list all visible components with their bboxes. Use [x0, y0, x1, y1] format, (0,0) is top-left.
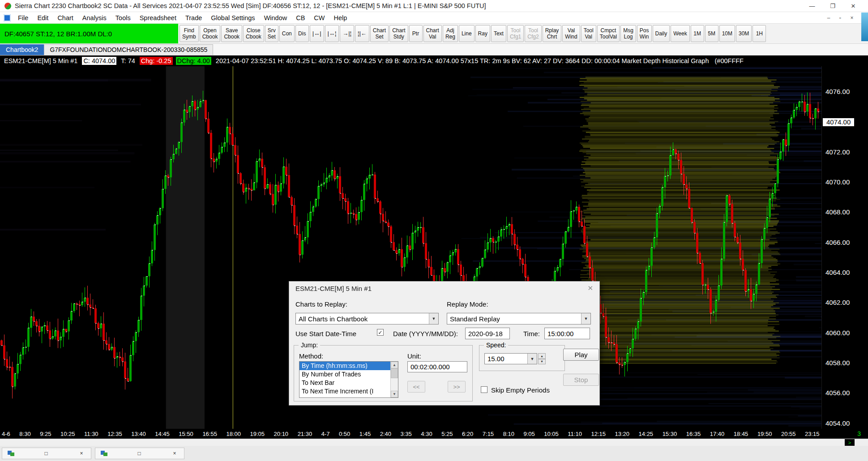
chevron-down-icon[interactable]: ▼: [527, 354, 537, 364]
jump-back-button[interactable]: <<: [407, 381, 425, 393]
minimized-window[interactable]: □ ×: [95, 448, 184, 459]
chevron-down-icon[interactable]: ▼: [429, 313, 438, 324]
sierra-chart-window: Sierra Chart 2230 Chartbook2 SC Data - A…: [0, 0, 868, 461]
spin-up-icon[interactable]: ▲: [538, 353, 546, 359]
scroll-up-icon[interactable]: ▲: [391, 362, 398, 368]
time-field[interactable]: 15:00:00: [544, 328, 590, 339]
mdi-minimize-icon[interactable]: –: [825, 15, 832, 21]
play-button[interactable]: Play: [563, 349, 599, 361]
replay-dialog-titlebar[interactable]: ESM21-CME[M] 5 Min #1 ✕: [289, 282, 599, 295]
toolbar-button[interactable]: Find Symb: [180, 25, 199, 42]
menu-item[interactable]: Edit: [33, 13, 53, 23]
toolbar-button[interactable]: Con: [279, 25, 295, 42]
menu-item[interactable]: Trade: [181, 13, 206, 23]
toolbar-button[interactable]: Adj Reg: [443, 25, 458, 42]
close-icon[interactable]: ×: [77, 450, 86, 457]
jump-method-listbox[interactable]: By Time (hh:mm:ss.ms)By Number of Trades…: [299, 361, 398, 398]
replay-mode-select[interactable]: Standard Replay ▼: [447, 313, 591, 324]
chartbook-tab[interactable]: Chartbook2: [0, 44, 44, 55]
minimized-window[interactable]: □ ×: [2, 448, 91, 459]
toolbar-button[interactable]: 10M: [719, 25, 735, 42]
toolbar-button-line1: Cmpct: [601, 27, 616, 34]
toolbar-button[interactable]: Pos Win: [637, 25, 652, 42]
toolbar-button[interactable]: Dis: [295, 25, 309, 42]
time-label: 5:25: [441, 431, 453, 437]
time-label: 4:30: [421, 431, 432, 437]
time-axis[interactable]: 4-68:309:2510:2511:3012:3513:4014:4515:5…: [0, 429, 868, 439]
scroll-down-icon[interactable]: ▼: [391, 391, 398, 397]
toolbar-button[interactable]: Save Cbook: [221, 25, 242, 42]
maximize-icon[interactable]: ❐: [822, 3, 843, 9]
restore-icon[interactable]: □: [135, 450, 143, 457]
toolbar-button[interactable]: Rplay Chrt: [543, 25, 562, 42]
menu-item[interactable]: CW: [309, 13, 329, 23]
toolbar-button[interactable]: Ray: [475, 25, 490, 42]
toolbar-button[interactable]: |↔|: [310, 25, 324, 42]
unit-field[interactable]: 00:02:00.000: [407, 361, 467, 372]
toolbar-button[interactable]: 30M: [736, 25, 752, 42]
toolbar-button[interactable]: ¦|←: [355, 25, 369, 42]
price-scale[interactable]: 4076.004074.004072.004070.004068.004066.…: [821, 66, 868, 429]
toolbar-button[interactable]: Line: [459, 25, 475, 42]
menu-item[interactable]: Spreadsheet: [135, 13, 181, 23]
use-start-datetime-checkbox[interactable]: ✓: [377, 329, 384, 336]
toolbar-button[interactable]: 1M: [691, 25, 704, 42]
toolbar-button[interactable]: Msg Log: [620, 25, 636, 42]
jump-method-item[interactable]: By Number of Trades: [299, 370, 390, 379]
toolbar-button[interactable]: |↔¦: [325, 25, 339, 42]
menu-item[interactable]: Global Settings: [206, 13, 259, 23]
toolbar-button[interactable]: Val Wind: [562, 25, 580, 42]
chartbook-tab[interactable]: G7FXFOUNDATIONDOMCHARTBOOK-200330-085855: [44, 44, 213, 55]
jump-forward-button[interactable]: >>: [448, 381, 466, 393]
menu-item[interactable]: CB: [291, 13, 309, 23]
menu-item[interactable]: Analysis: [78, 13, 111, 23]
menu-item[interactable]: Window: [260, 13, 292, 23]
toolbar-button-line1: Ray: [478, 30, 487, 37]
chevron-down-icon[interactable]: ▼: [581, 313, 590, 324]
toolbar-button[interactable]: Tool Cfg2: [525, 25, 541, 42]
toolbar-button[interactable]: →|¦: [340, 25, 354, 42]
toolbar-button[interactable]: Daily: [653, 25, 670, 42]
scrollbar-track[interactable]: [391, 378, 398, 391]
toolbar-button[interactable]: Chart Stdy: [389, 25, 408, 42]
toolbar-button[interactable]: Chart Set: [370, 25, 389, 42]
jump-method-item[interactable]: By Time (hh:mm:ss.ms): [299, 362, 390, 370]
toolbar-button[interactable]: Week: [671, 25, 689, 42]
toolbar-button[interactable]: 1H: [753, 25, 766, 42]
spin-down-icon[interactable]: ▼: [538, 359, 546, 365]
dialog-close-icon[interactable]: ✕: [587, 284, 593, 292]
menu-item[interactable]: Help: [329, 13, 352, 23]
date-field[interactable]: 2020-09-18: [465, 328, 510, 339]
menu-item[interactable]: Chart: [53, 13, 77, 23]
time-label: 20:55: [781, 431, 796, 437]
toolbar-button[interactable]: Open Cbook: [200, 25, 221, 42]
close-icon[interactable]: ✕: [843, 3, 864, 9]
menu-item[interactable]: Tools: [111, 13, 135, 23]
menu-item[interactable]: File: [13, 13, 33, 23]
toolbar-button[interactable]: Cmpct ToolVal: [597, 25, 620, 42]
charts-to-replay-select[interactable]: All Charts in Chartbook ▼: [295, 313, 439, 324]
listbox-scrollbar[interactable]: ▲ ▼: [390, 362, 398, 397]
toolbar-button[interactable]: Srv Set: [265, 25, 278, 42]
restore-icon[interactable]: □: [42, 450, 50, 457]
stop-button[interactable]: Stop: [563, 374, 599, 386]
toolbar-button[interactable]: Close Cbook: [243, 25, 264, 42]
jump-method-item[interactable]: To Next Time Increment (I: [299, 387, 390, 396]
toolbar-button[interactable]: Text: [491, 25, 506, 42]
mdi-close-icon[interactable]: ×: [848, 15, 855, 21]
scrollbar-thumb[interactable]: [391, 368, 398, 378]
skip-empty-periods-checkbox[interactable]: [481, 386, 487, 393]
minimize-icon[interactable]: —: [802, 3, 822, 9]
toolbar-button[interactable]: Ptr: [409, 25, 423, 42]
scroll-right-arrow-icon[interactable]: >: [845, 439, 855, 446]
mdi-restore-icon[interactable]: ▫: [837, 15, 844, 21]
jump-method-item[interactable]: To Next Bar: [299, 379, 390, 387]
toolbar-button[interactable]: Chart Val: [423, 25, 442, 42]
toolbar-button[interactable]: 5M: [705, 25, 718, 42]
time-label: 15:50: [179, 431, 193, 437]
toolbar-button[interactable]: Tool Val: [581, 25, 596, 42]
toolbar-button[interactable]: Tool Cfg1: [507, 25, 524, 42]
speed-select[interactable]: 15.00 ▼: [484, 353, 537, 364]
toolbar-button-line1: 5M: [708, 30, 715, 37]
close-icon[interactable]: ×: [171, 450, 179, 457]
